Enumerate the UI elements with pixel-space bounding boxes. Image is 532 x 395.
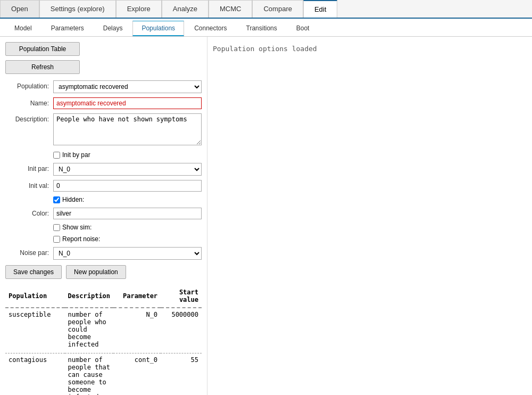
new-population-button[interactable]: New population <box>66 265 126 279</box>
cell-startvalue-0: 5000000 <box>161 308 202 351</box>
population-row: Population: asymptomatic recovered <box>5 80 202 93</box>
tab-analyze[interactable]: Analyze <box>162 0 209 18</box>
color-input[interactable] <box>53 208 202 219</box>
population-table-button[interactable]: Population Table <box>5 42 80 56</box>
hidden-checkbox[interactable] <box>53 196 60 203</box>
top-navigation: Open Settings (explore) Explore Analyze … <box>0 0 532 19</box>
tab-open[interactable]: Open <box>0 0 39 18</box>
init-by-par-checkbox[interactable] <box>53 152 60 159</box>
init-par-select[interactable]: N_0 <box>53 163 202 176</box>
subtab-boot[interactable]: Boot <box>287 21 319 36</box>
description-input-wrapper: People who have not shown symptoms <box>53 113 202 147</box>
population-select[interactable]: asymptomatic recovered <box>53 80 202 93</box>
report-noise-checkbox[interactable] <box>53 236 60 243</box>
cell-parameter-0: N_0 <box>113 308 161 351</box>
col-header-population: Population <box>5 286 65 306</box>
table-row: susceptible number of people who could b… <box>5 308 202 351</box>
cell-description-1: number of people that can cause someone … <box>65 353 113 395</box>
hidden-row: Hidden: <box>5 196 202 203</box>
col-header-startvalue: Start value <box>161 286 202 306</box>
cell-parameter-1: cont_0 <box>113 353 161 395</box>
sub-navigation: Model Parameters Delays Populations Conn… <box>0 19 532 37</box>
tab-mcmc[interactable]: MCMC <box>209 0 252 18</box>
subtab-delays[interactable]: Delays <box>94 21 132 36</box>
population-select-wrapper: asymptomatic recovered <box>53 80 202 93</box>
name-row: Name: <box>5 97 202 109</box>
subtab-populations[interactable]: Populations <box>132 21 184 36</box>
status-text: Population options loaded <box>213 45 527 53</box>
main-content: Population Table Refresh Population: asy… <box>0 37 532 395</box>
show-sim-label: Show sim: <box>62 224 92 231</box>
noise-par-row: Noise par: N_0 <box>5 247 202 260</box>
left-panel: Population Table Refresh Population: asy… <box>0 37 207 395</box>
col-header-parameter: Parameter <box>113 286 161 306</box>
show-sim-row: Show sim: <box>5 224 202 231</box>
name-input[interactable] <box>53 97 202 109</box>
tab-settings[interactable]: Settings (explore) <box>39 0 116 18</box>
subtab-parameters[interactable]: Parameters <box>42 21 93 36</box>
cell-population-0: susceptible <box>5 308 65 351</box>
subtab-connectors[interactable]: Connectors <box>185 21 236 36</box>
init-par-label: Init par: <box>5 163 53 172</box>
noise-par-select-wrapper: N_0 <box>53 247 202 260</box>
population-table: Population Description Parameter Start v… <box>5 286 202 395</box>
report-noise-label: Report noise: <box>62 235 100 243</box>
name-input-wrapper <box>53 97 202 109</box>
cell-startvalue-1: 55 <box>161 353 202 395</box>
cell-description-0: number of people who could become infect… <box>65 308 113 351</box>
right-panel: Population options loaded <box>207 37 532 395</box>
report-noise-row: Report noise: <box>5 235 202 243</box>
init-val-row: Init val: <box>5 180 202 192</box>
refresh-button[interactable]: Refresh <box>5 60 80 74</box>
tab-compare[interactable]: Compare <box>252 0 303 18</box>
subtab-transitions[interactable]: Transitions <box>237 21 286 36</box>
table-row: contagious number of people that can cau… <box>5 353 202 395</box>
init-val-input-wrapper <box>53 180 202 192</box>
save-changes-button[interactable]: Save changes <box>5 265 62 279</box>
tab-edit[interactable]: Edit <box>303 0 337 18</box>
init-val-label: Init val: <box>5 180 53 190</box>
population-label: Population: <box>5 80 53 90</box>
show-sim-checkbox[interactable] <box>53 224 60 231</box>
color-input-wrapper <box>53 208 202 219</box>
color-row: Color: <box>5 208 202 219</box>
noise-par-label: Noise par: <box>5 247 53 257</box>
hidden-label: Hidden: <box>62 196 84 203</box>
init-val-input[interactable] <box>53 180 202 192</box>
init-by-par-row: Init by par <box>5 151 202 159</box>
subtab-model[interactable]: Model <box>5 21 41 36</box>
init-by-par-label: Init by par <box>62 151 90 159</box>
description-textarea[interactable]: People who have not shown symptoms <box>53 113 202 145</box>
noise-par-select[interactable]: N_0 <box>53 247 202 260</box>
description-label: Description: <box>5 113 53 123</box>
description-row: Description: People who have not shown s… <box>5 113 202 147</box>
table-header-row: Population Description Parameter Start v… <box>5 286 202 306</box>
name-label: Name: <box>5 97 53 107</box>
init-par-row: Init par: N_0 <box>5 163 202 176</box>
color-label: Color: <box>5 208 53 217</box>
init-par-select-wrapper: N_0 <box>53 163 202 176</box>
tab-explore[interactable]: Explore <box>116 0 162 18</box>
cell-population-1: contagious <box>5 353 65 395</box>
col-header-description: Description <box>65 286 113 306</box>
action-buttons-row: Save changes New population <box>5 265 202 279</box>
